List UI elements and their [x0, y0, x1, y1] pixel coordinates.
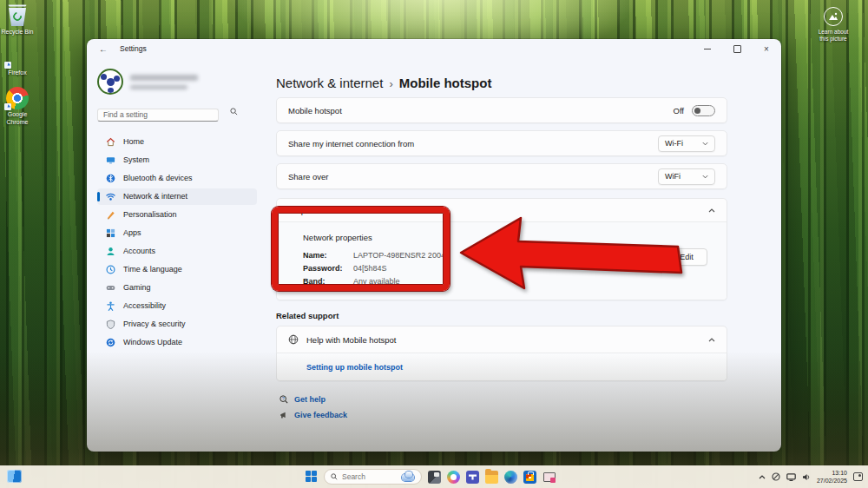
- help-expander: Help with Mobile hotspot Setting up mobi…: [276, 326, 727, 381]
- tray-chevron-up-icon[interactable]: [759, 475, 766, 479]
- help-expander-header[interactable]: Help with Mobile hotspot: [277, 326, 727, 353]
- recycle-bin-icon: [6, 4, 29, 27]
- share-over-row: Share over WiFi: [276, 163, 727, 189]
- notification-center-icon[interactable]: [853, 472, 863, 481]
- desktop-icon-firefox[interactable]: Firefox: [0, 45, 38, 77]
- desktop-icon-label: Recycle Bin: [0, 29, 38, 36]
- shortcut-arrow-badge: [4, 62, 11, 69]
- get-help-icon: ?: [279, 395, 288, 404]
- network-icon: [106, 192, 115, 201]
- account-info: [97, 67, 260, 96]
- close-button[interactable]: ×: [752, 39, 781, 58]
- chevron-up-icon[interactable]: [708, 208, 715, 213]
- setting-up-hotspot-link[interactable]: Setting up mobile hotspot: [306, 363, 403, 372]
- file-explorer-icon[interactable]: [485, 471, 498, 484]
- search-input[interactable]: [97, 109, 219, 122]
- display-cast-icon[interactable]: [786, 473, 796, 481]
- globe-help-icon: [288, 334, 299, 345]
- time-language-icon: [106, 265, 115, 274]
- window-title: Settings: [120, 44, 147, 53]
- help-expander-content: Setting up mobile hotspot: [277, 353, 727, 380]
- personalisation-icon: [106, 210, 115, 220]
- sidebar-item-time-language[interactable]: Time & language: [97, 261, 257, 278]
- accessibility-icon: [106, 301, 115, 311]
- svg-text:?: ?: [282, 396, 285, 401]
- sidebar-item-windows-update[interactable]: Windows Update: [97, 334, 257, 351]
- windows-update-icon: [106, 338, 115, 347]
- account-email-blurred: [130, 85, 187, 89]
- clock-time: 13:10: [817, 469, 847, 477]
- get-help-link[interactable]: ? Get help: [279, 395, 727, 404]
- taskbar: 13:10 27/02/2025: [0, 465, 868, 488]
- sidebar-item-network-internet[interactable]: Network & internet: [97, 188, 257, 205]
- widgets-icon[interactable]: [7, 470, 22, 483]
- privacy-shield-icon: [106, 320, 115, 329]
- footer-links: ? Get help Give feedback: [276, 395, 727, 419]
- back-button[interactable]: ←: [99, 44, 108, 54]
- search-icon: [230, 108, 238, 115]
- annotation-highlight-box: [272, 207, 450, 291]
- sidebar-item-apps[interactable]: Apps: [97, 225, 257, 241]
- related-support-header: Related support: [276, 311, 727, 320]
- taskbar-clock[interactable]: 13:10 27/02/2025: [817, 469, 847, 485]
- account-name-blurred: [130, 75, 198, 81]
- home-icon: [106, 137, 115, 147]
- breadcrumb-separator: ›: [389, 77, 392, 90]
- desktop-icon-label: Google: [0, 111, 38, 119]
- edge-icon[interactable]: [504, 471, 517, 484]
- sidebar-item-gaming[interactable]: Gaming: [97, 280, 257, 296]
- desktop-icon-recycle-bin[interactable]: Recycle Bin: [0, 4, 38, 36]
- onedrive-status-icon[interactable]: [772, 472, 780, 481]
- accounts-icon: [106, 247, 115, 256]
- minimize-button[interactable]: [693, 39, 722, 58]
- avatar: [97, 69, 123, 95]
- sidebar: Home System Bluetooth & devices Network …: [87, 58, 271, 452]
- desktop-icon-google-chrome[interactable]: Google Chrome: [0, 87, 38, 127]
- annotation-arrow: [447, 204, 694, 300]
- titlebar: ← Settings ×: [87, 39, 781, 58]
- taskbar-search-input[interactable]: [342, 472, 394, 481]
- sidebar-item-home[interactable]: Home: [97, 134, 257, 150]
- mobile-hotspot-row: Mobile hotspot Off: [276, 97, 727, 123]
- learn-about-picture[interactable]: Learn about this picture: [809, 7, 858, 43]
- maximize-button[interactable]: [722, 39, 752, 58]
- sidebar-item-accounts[interactable]: Accounts: [97, 243, 257, 260]
- share-over-dropdown[interactable]: WiFi: [658, 168, 715, 185]
- share-from-dropdown[interactable]: Wi-Fi: [658, 135, 715, 152]
- task-view-icon[interactable]: [428, 471, 441, 484]
- picture-info-icon: [824, 7, 843, 26]
- copilot-icon[interactable]: [447, 471, 460, 484]
- start-button[interactable]: [306, 471, 318, 483]
- firefox-icon: [6, 45, 29, 68]
- sidebar-item-privacy-security[interactable]: Privacy & security: [97, 316, 257, 333]
- chevron-down-icon: [702, 142, 708, 146]
- teams-icon[interactable]: [466, 471, 479, 484]
- volume-icon[interactable]: [802, 473, 811, 481]
- shortcut-arrow-badge: [4, 103, 11, 110]
- sidebar-item-system[interactable]: System: [97, 152, 257, 168]
- search-icon: [331, 473, 338, 480]
- breadcrumb: Network & internet › Mobile hotspot: [276, 76, 727, 90]
- toggle-state-label: Off: [674, 106, 685, 115]
- taskbar-search[interactable]: [324, 469, 422, 485]
- system-icon: [106, 155, 115, 165]
- sidebar-item-personalisation[interactable]: Personalisation: [97, 207, 257, 223]
- search-highlights-icon: [400, 472, 418, 482]
- microsoft-store-icon[interactable]: [523, 471, 536, 484]
- breadcrumb-parent[interactable]: Network & internet: [276, 76, 383, 90]
- apps-icon: [106, 228, 115, 238]
- desktop-icon-label: Chrome: [0, 119, 38, 127]
- sidebar-item-bluetooth[interactable]: Bluetooth & devices: [97, 170, 257, 187]
- sidebar-item-accessibility[interactable]: Accessibility: [97, 298, 257, 314]
- sidebar-nav: Home System Bluetooth & devices Network …: [97, 134, 260, 351]
- mobile-hotspot-toggle[interactable]: [692, 105, 715, 116]
- chevron-up-icon[interactable]: [708, 338, 715, 342]
- share-connection-row: Share my internet connection from Wi-Fi: [276, 130, 727, 156]
- screen-cast-icon[interactable]: [542, 471, 556, 484]
- desktop-wallpaper: Recycle Bin Firefox Google Chrome Learn …: [0, 0, 868, 488]
- clock-date: 27/02/2025: [817, 477, 847, 485]
- google-chrome-icon: [6, 87, 29, 109]
- feedback-megaphone-icon: [279, 411, 288, 419]
- page-title: Mobile hotspot: [399, 76, 492, 90]
- give-feedback-link[interactable]: Give feedback: [279, 411, 727, 419]
